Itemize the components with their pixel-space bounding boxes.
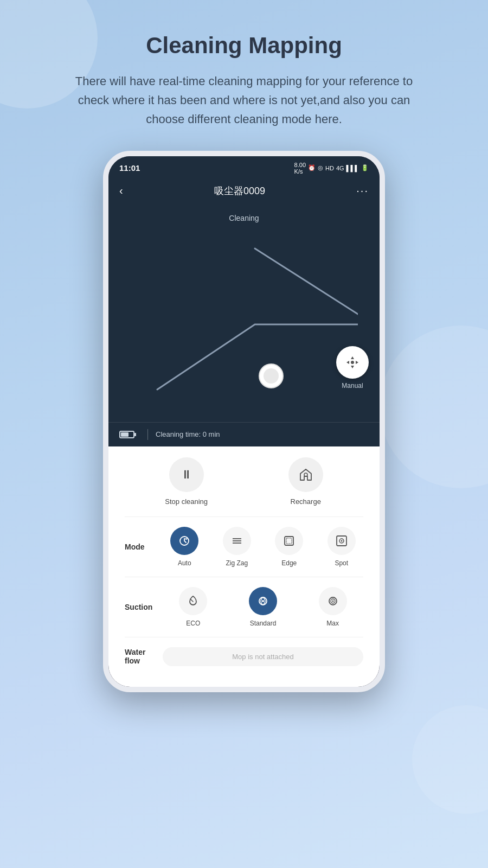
battery-status-icon: 🔋	[361, 164, 369, 171]
spot-svg	[335, 534, 348, 547]
edge-label: Edge	[281, 559, 297, 567]
battery-fill	[121, 432, 129, 437]
suction-row-label: Suction	[125, 603, 163, 611]
suction-standard[interactable]: Standard	[249, 587, 277, 627]
joystick-icon	[344, 354, 361, 371]
auto-label: Auto	[178, 559, 191, 567]
manual-label: Manual	[342, 382, 363, 390]
wifi-icon: ◎	[318, 164, 323, 171]
recharge-icon	[288, 457, 323, 492]
robot-path-svg	[130, 238, 358, 400]
app-title: 吸尘器0009	[214, 184, 265, 197]
mode-zigzag[interactable]: Zig Zag	[223, 527, 251, 567]
svg-point-2	[351, 361, 354, 364]
suction-max[interactable]: Max	[319, 587, 347, 627]
max-label: Max	[326, 620, 339, 627]
deco-circle-bottom-right	[412, 705, 488, 814]
max-svg	[326, 595, 339, 608]
network-speed: 8.00K/s	[294, 162, 306, 175]
mode-edge[interactable]: Edge	[275, 527, 303, 567]
water-flow-placeholder: Mop is not attached	[232, 653, 293, 661]
status-time: 11:01	[119, 163, 140, 173]
recharge-button[interactable]: Recharge	[288, 457, 323, 506]
water-flow-input[interactable]: Mop is not attached	[163, 647, 363, 666]
svg-point-7	[304, 473, 307, 476]
phone-mockup: 11:01 8.00K/s ⏰ ◎ HD 4G ▌▌▌ 🔋 ‹ 吸尘器0009 …	[103, 151, 385, 692]
suction-options: ECO Standard	[163, 587, 363, 627]
max-icon	[319, 587, 347, 615]
stop-cleaning-icon: ⏸	[169, 457, 204, 492]
svg-point-20	[332, 600, 333, 602]
cleaning-time: Cleaning time: 0 min	[156, 430, 369, 438]
app-header: ‹ 吸尘器0009 ···	[108, 179, 380, 205]
zigzag-svg	[230, 534, 243, 547]
eco-icon	[179, 587, 207, 615]
cleaning-status-label: Cleaning	[229, 214, 259, 222]
back-button[interactable]: ‹	[119, 184, 123, 197]
water-flow-label: Water flow	[125, 648, 163, 665]
suction-row: Suction ECO	[125, 577, 363, 637]
divider	[147, 429, 148, 440]
recharge-label: Recharge	[291, 497, 321, 506]
svg-marker-3	[351, 356, 354, 359]
water-flow-row: Water flow Mop is not attached	[125, 637, 363, 676]
svg-marker-4	[351, 366, 354, 368]
edge-icon	[275, 527, 303, 555]
alarm-icon: ⏰	[308, 164, 316, 171]
page-title: Cleaning Mapping	[146, 33, 342, 59]
manual-control[interactable]: Manual	[336, 346, 369, 390]
page-description: There will have real-time cleaning mappi…	[60, 72, 428, 129]
svg-point-17	[262, 600, 264, 602]
cell-signal-icon: ▌▌▌	[346, 165, 359, 171]
cleaning-time-value: 0 min	[203, 430, 220, 438]
standard-label: Standard	[250, 620, 277, 627]
standard-svg	[256, 595, 269, 608]
auto-icon	[170, 527, 198, 555]
zigzag-icon	[223, 527, 251, 555]
map-area: Cleaning	[108, 205, 380, 422]
mode-spot[interactable]: Spot	[328, 527, 356, 567]
cleaning-time-label: Cleaning time:	[156, 430, 201, 438]
svg-marker-5	[346, 361, 349, 364]
controls-panel: ⏸ Stop cleaning Recharge Mode	[108, 446, 380, 687]
mode-row-label: Mode	[125, 542, 163, 551]
status-bar: 11:01 8.00K/s ⏰ ◎ HD 4G ▌▌▌ 🔋	[108, 156, 380, 179]
joystick-button[interactable]	[336, 346, 369, 379]
edge-svg	[282, 534, 296, 547]
auto-svg	[178, 534, 191, 547]
spot-icon	[328, 527, 356, 555]
stop-cleaning-button[interactable]: ⏸ Stop cleaning	[165, 457, 208, 506]
svg-point-1	[264, 368, 279, 384]
mode-options: Auto Zig Zag	[163, 527, 363, 567]
svg-rect-12	[286, 538, 292, 544]
hd-icon: HD	[325, 165, 334, 171]
standard-icon	[249, 587, 277, 615]
status-icons: 8.00K/s ⏰ ◎ HD 4G ▌▌▌ 🔋	[294, 162, 369, 175]
more-options-button[interactable]: ···	[356, 184, 369, 197]
home-icon	[299, 468, 313, 482]
svg-point-15	[341, 540, 342, 541]
svg-marker-6	[356, 361, 358, 364]
spot-label: Spot	[335, 559, 348, 567]
bottom-status-bar: Cleaning time: 0 min	[108, 422, 380, 446]
eco-svg	[187, 595, 200, 608]
zigzag-label: Zig Zag	[226, 559, 248, 567]
mode-auto[interactable]: Auto	[170, 527, 198, 567]
action-buttons-row: ⏸ Stop cleaning Recharge	[125, 457, 363, 517]
eco-label: ECO	[186, 620, 200, 627]
battery-icon	[119, 431, 134, 438]
signal-icon: 4G	[336, 165, 344, 171]
suction-eco[interactable]: ECO	[179, 587, 207, 627]
mode-row: Mode Auto	[125, 517, 363, 577]
stop-cleaning-label: Stop cleaning	[165, 497, 208, 506]
